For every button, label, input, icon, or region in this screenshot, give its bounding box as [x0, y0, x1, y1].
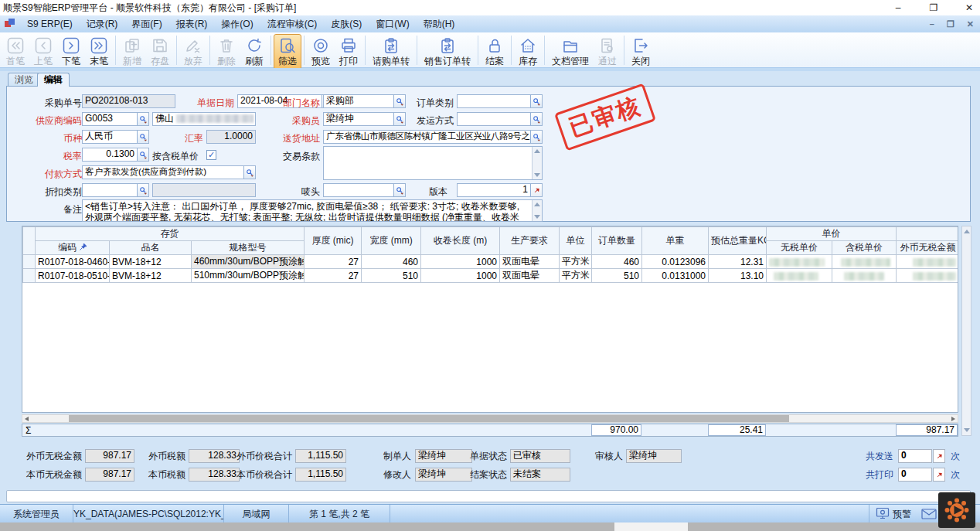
- menu-workflow[interactable]: 流程审核(C): [260, 15, 325, 32]
- mail-icon[interactable]: [921, 509, 937, 522]
- ship-method-field[interactable]: [457, 112, 543, 126]
- tab-edit[interactable]: 编辑: [37, 73, 70, 87]
- cell-unit-weight[interactable]: 0.0123096: [642, 255, 709, 269]
- cell-tax-price-redacted[interactable]: [832, 269, 897, 283]
- tab-browse[interactable]: 浏览: [8, 73, 40, 87]
- exchange-rate-field[interactable]: 1.0000: [206, 130, 256, 144]
- order-type-field[interactable]: [457, 94, 543, 108]
- lookup-icon[interactable]: [137, 131, 148, 143]
- cell-fc-amount-redacted[interactable]: [897, 269, 958, 283]
- menu-operation[interactable]: 操作(O): [214, 15, 260, 32]
- mdi-restore-button[interactable]: ❐: [947, 19, 954, 29]
- cell-net-price-redacted[interactable]: [767, 255, 832, 269]
- po-number-field[interactable]: PO202108-013: [82, 94, 175, 108]
- cell-spec[interactable]: 460mm/30um/BOPP预涂触...: [192, 255, 305, 269]
- cell-est-weight[interactable]: 12.31: [709, 255, 767, 269]
- lookup-icon[interactable]: [137, 113, 148, 125]
- scroll-down-icon[interactable]: [964, 428, 970, 432]
- preview-button[interactable]: 预览: [307, 34, 335, 70]
- lookup-icon[interactable]: [393, 95, 405, 107]
- document-management-button[interactable]: 文档管理: [547, 34, 594, 70]
- version-field[interactable]: 1: [457, 183, 543, 197]
- lookup-icon[interactable]: [530, 131, 542, 143]
- menu-help[interactable]: 帮助(H): [417, 15, 462, 32]
- mdi-close-button[interactable]: ✕: [967, 19, 974, 29]
- cell-spec[interactable]: 510mm/30um/BOPP预涂触...: [192, 269, 305, 283]
- menu-s9erp[interactable]: S9 ERP(E): [20, 15, 80, 32]
- trade-terms-textarea[interactable]: [323, 146, 543, 180]
- print-button[interactable]: 打印: [335, 34, 362, 70]
- cell-length[interactable]: 1000: [421, 255, 500, 269]
- lookup-icon[interactable]: [243, 166, 255, 179]
- last-record-button[interactable]: 末笔: [85, 34, 113, 70]
- cell-width[interactable]: 460: [362, 255, 421, 269]
- cell-code[interactable]: R0107-018-0460-...: [36, 255, 110, 269]
- alert-monitor-icon[interactable]: [876, 507, 890, 522]
- textarea-scrollbar[interactable]: [532, 200, 542, 221]
- restore-button[interactable]: ❐: [927, 2, 940, 13]
- lookup-icon[interactable]: [137, 184, 148, 196]
- cell-est-weight[interactable]: 13.10: [709, 269, 767, 283]
- table-row[interactable]: R0107-018-0460-... BVM-18+12 460mm/30um/…: [23, 255, 959, 269]
- red-arrow-icon[interactable]: [530, 184, 542, 196]
- scrollbar-thumb[interactable]: [69, 415, 789, 422]
- discount-type-field[interactable]: [82, 183, 149, 197]
- scroll-down-icon[interactable]: [534, 215, 540, 219]
- print-arrow-button[interactable]: [933, 468, 945, 482]
- menu-interface[interactable]: 界面(F): [124, 15, 168, 32]
- cell-name[interactable]: BVM-18+12: [110, 255, 192, 269]
- department-field[interactable]: 采购部: [323, 94, 406, 108]
- cell-tax-price-redacted[interactable]: [832, 255, 897, 269]
- table-row[interactable]: R0107-018-0510-... BVM-18+12 510mm/30um/…: [23, 269, 959, 283]
- mdi-minimize-button[interactable]: –: [930, 19, 934, 29]
- pin-icon[interactable]: [80, 243, 87, 250]
- sales-order-transfer-button[interactable]: 销售订单转: [420, 34, 475, 70]
- delivery-address-field[interactable]: 广东省佛山市顺德区陈村镇广隆工业区兴业八路9号之一: [323, 130, 543, 144]
- scroll-up-icon[interactable]: [964, 230, 970, 233]
- shipping-mark-field[interactable]: [323, 183, 406, 197]
- row-selector[interactable]: [23, 255, 36, 269]
- cell-prod-req[interactable]: 双面电晕: [500, 269, 560, 283]
- cell-thickness[interactable]: 27: [305, 269, 362, 283]
- grid-vertical-scrollbar[interactable]: [961, 226, 971, 436]
- menu-record[interactable]: 记录(R): [80, 15, 125, 32]
- cell-prod-req[interactable]: 双面电晕: [500, 255, 560, 269]
- tax-inclusive-checkbox[interactable]: ✓: [206, 150, 216, 160]
- cell-unit-weight[interactable]: 0.0131000: [642, 269, 709, 283]
- exit-button[interactable]: 关闭: [627, 34, 655, 70]
- menu-report[interactable]: 报表(R): [169, 15, 215, 32]
- minimize-button[interactable]: –: [892, 2, 904, 13]
- filter-button[interactable]: 筛选: [274, 34, 301, 70]
- lookup-icon[interactable]: [137, 148, 148, 161]
- purchase-request-transfer-button[interactable]: 请购单转: [368, 34, 414, 70]
- cell-unit[interactable]: 平方米: [560, 269, 592, 283]
- scroll-down-icon[interactable]: [534, 173, 540, 177]
- inventory-button[interactable]: 库存: [514, 34, 542, 70]
- grid-horizontal-scrollbar[interactable]: [22, 414, 958, 423]
- cell-thickness[interactable]: 27: [305, 255, 362, 269]
- lookup-icon[interactable]: [530, 95, 542, 107]
- cell-qty[interactable]: 460: [592, 255, 642, 269]
- print-count-field[interactable]: 0: [898, 468, 932, 482]
- currency-field[interactable]: 人民币: [82, 130, 149, 144]
- cell-qty[interactable]: 510: [592, 269, 642, 283]
- cell-code[interactable]: R0107-018-0510-...: [36, 269, 110, 283]
- supplier-code-field[interactable]: G0053: [82, 112, 149, 126]
- cell-net-price-redacted[interactable]: [767, 269, 832, 283]
- buyer-field[interactable]: 梁绮坤: [323, 112, 406, 126]
- scroll-right-icon[interactable]: [951, 417, 955, 421]
- lookup-icon[interactable]: [393, 113, 405, 125]
- row-selector[interactable]: [23, 269, 36, 283]
- tax-rate-field[interactable]: 0.1300: [82, 148, 149, 162]
- menu-skin[interactable]: 皮肤(S): [324, 15, 369, 32]
- remark-textarea[interactable]: <销售订单>转入注意： 出口国外订单， 厚度要够27mic, 胶面电晕值≥38；…: [82, 199, 543, 222]
- payment-method-field[interactable]: 客户齐款发货(供应商货到付款): [82, 165, 256, 179]
- sent-count-field[interactable]: 0: [898, 449, 932, 463]
- scroll-left-icon[interactable]: [25, 417, 29, 421]
- scroll-up-icon[interactable]: [534, 149, 540, 153]
- cell-fc-amount-redacted[interactable]: [897, 255, 958, 269]
- alert-label[interactable]: 预警: [893, 505, 911, 523]
- cell-name[interactable]: BVM-18+12: [110, 269, 192, 283]
- close-button[interactable]: ✕: [963, 2, 975, 13]
- lookup-icon[interactable]: [530, 113, 542, 125]
